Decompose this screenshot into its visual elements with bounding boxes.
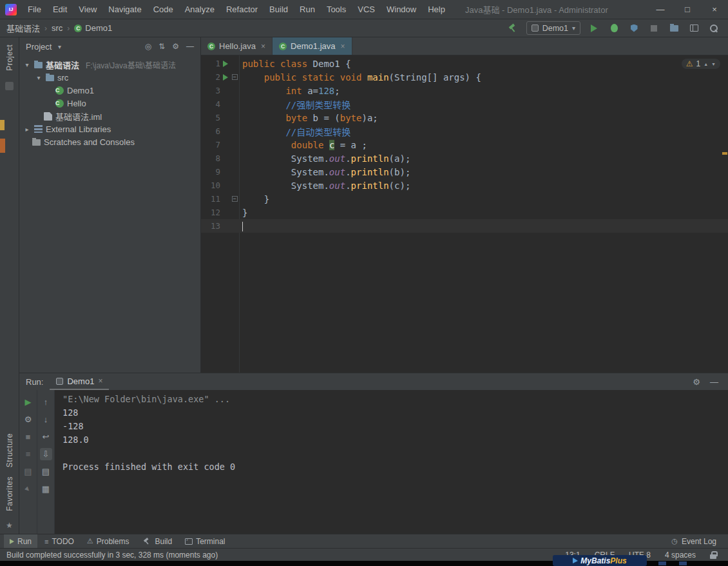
soft-wrap-icon[interactable]: ↩ (40, 431, 52, 443)
close-icon[interactable]: × (261, 42, 265, 51)
console-line[interactable]: 128 (62, 407, 728, 421)
down-icon[interactable]: ↓ (40, 413, 52, 425)
lock-icon[interactable] (710, 551, 716, 559)
project-structure-button[interactable] (667, 22, 680, 35)
stop-button[interactable] (647, 22, 660, 35)
code-line[interactable]: 4 //强制类型转换 (201, 97, 728, 111)
close-icon[interactable]: × (340, 42, 345, 51)
run-config-selector[interactable]: Demo1 ▾ (526, 21, 580, 35)
console-output[interactable]: "E:\New Folder\bin\java.exe" ...128-1281… (54, 390, 728, 534)
menu-run[interactable]: Run (294, 0, 321, 19)
code-line[interactable]: 6 //自动类型转换 (201, 124, 728, 138)
close-icon[interactable]: × (98, 376, 102, 385)
project-tool-button[interactable]: Project (5, 40, 14, 75)
breadcrumb-item[interactable]: CDemo1 (74, 23, 112, 33)
event-log-button[interactable]: ◷ Event Log (671, 537, 722, 546)
locate-file-icon[interactable]: ◎ (145, 42, 151, 51)
coverage-button[interactable] (627, 22, 640, 35)
chevron-down-icon[interactable]: ▾ (55, 43, 63, 50)
run-tab[interactable]: Demo1 × (50, 373, 109, 390)
code-line[interactable]: 1public class Demo1 { (201, 57, 728, 70)
maximize-button[interactable]: □ (674, 0, 701, 19)
gear-icon[interactable]: ⚙ (172, 42, 179, 51)
star-icon[interactable]: ★ (6, 521, 13, 530)
tree-row[interactable]: 基础语法.iml (19, 110, 200, 122)
status-message[interactable]: Build completed successfully in 3 sec, 3… (6, 551, 218, 560)
run-line-icon[interactable] (223, 74, 228, 81)
hide-panel-icon[interactable]: — (186, 42, 194, 51)
code-line[interactable]: 10 System.out.println(c); (201, 179, 728, 192)
chevron-right-icon[interactable]: ▸ (23, 126, 31, 133)
history-icon[interactable]: ▤ (22, 465, 34, 478)
menu-build[interactable]: Build (263, 0, 294, 19)
tool-window-button-problems[interactable]: ⚠Problems (81, 534, 135, 548)
next-problem-icon[interactable]: ▼ (711, 62, 716, 66)
gear-icon[interactable]: ⚙ (693, 377, 700, 387)
tree-row[interactable]: CDemo1 (19, 84, 200, 97)
code-line[interactable]: 12} (201, 206, 728, 219)
console-line[interactable]: Process finished with exit code 0 (62, 462, 728, 475)
breadcrumb-item[interactable]: 基础语法 (6, 22, 40, 34)
fold-icon[interactable]: − (232, 74, 238, 80)
tool-window-button-run[interactable]: Run (4, 534, 37, 548)
menu-help[interactable]: Help (422, 0, 451, 19)
tree-row[interactable]: Scratches and Consoles (19, 135, 200, 148)
tree-row[interactable]: CHello (19, 97, 200, 110)
minimize-button[interactable]: — (647, 0, 674, 19)
indent-size[interactable]: 4 spaces (665, 551, 696, 560)
hide-panel-icon[interactable]: — (710, 377, 718, 387)
settings-icon[interactable]: ⚙ (22, 413, 34, 425)
menu-file[interactable]: File (22, 0, 47, 19)
code-line[interactable]: 9 System.out.println(b); (201, 165, 728, 179)
tree-row[interactable]: ▸External Libraries (19, 122, 200, 135)
build-hammer-icon[interactable] (506, 22, 519, 35)
code-line[interactable]: 5 byte b = (byte)a; (201, 111, 728, 124)
menu-edit[interactable]: Edit (47, 0, 73, 19)
inspection-widget[interactable]: ⚠ 1 ▲ ▼ (682, 59, 720, 69)
breadcrumb-item[interactable]: src (52, 23, 62, 33)
layout-icon[interactable]: ≡ (22, 448, 34, 460)
chevron-down-icon[interactable]: ▾ (35, 74, 43, 81)
rerun-icon[interactable]: ▶ (22, 396, 34, 408)
menu-view[interactable]: View (73, 0, 102, 19)
clear-icon[interactable]: ▦ (40, 483, 52, 495)
chevron-down-icon[interactable]: ▾ (23, 61, 31, 68)
code-line[interactable]: 7 double c = a ; (201, 138, 728, 151)
prev-problem-icon[interactable]: ▲ (704, 62, 708, 66)
scroll-end-icon[interactable]: ⇩ (40, 448, 52, 460)
tool-window-button-todo[interactable]: ≡TODO (39, 534, 80, 548)
menu-code[interactable]: Code (148, 0, 179, 19)
editor-body[interactable]: 1public class Demo1 {2− public static vo… (201, 55, 728, 373)
console-line[interactable]: -128 (62, 421, 728, 434)
tool-window-button-terminal[interactable]: Terminal (179, 534, 231, 548)
project-panel-title[interactable]: Project (26, 42, 52, 52)
code-line[interactable]: 8 System.out.println(a); (201, 151, 728, 165)
code-line[interactable]: 2− public static void main(String[] args… (201, 70, 728, 84)
run-line-icon[interactable] (223, 61, 228, 67)
editor-tab[interactable]: CDemo1.java× (273, 37, 352, 55)
menu-vcs[interactable]: VCS (352, 0, 381, 19)
console-line[interactable] (62, 448, 728, 462)
tree-row[interactable]: ▾src (19, 71, 200, 84)
console-line[interactable]: 128.0 (62, 434, 728, 448)
tree-row[interactable]: ▾基础语法F:\java\Java基础\基础语法 (19, 58, 200, 71)
menu-tools[interactable]: Tools (321, 0, 352, 19)
pin-icon[interactable]: ▸ (19, 480, 37, 498)
menu-navigate[interactable]: Navigate (102, 0, 147, 19)
menu-refactor[interactable]: Refactor (220, 0, 263, 19)
menu-analyze[interactable]: Analyze (179, 0, 220, 19)
menu-window[interactable]: Window (381, 0, 422, 19)
collapse-all-icon[interactable]: ⇅ (158, 42, 165, 51)
run-button[interactable] (588, 22, 600, 35)
favorites-tool-button[interactable]: Favorites (5, 472, 14, 516)
commit-tool-icon[interactable] (5, 82, 14, 90)
search-everywhere-button[interactable] (707, 22, 720, 35)
window-layout-button[interactable] (687, 22, 700, 35)
code-line[interactable]: 11− } (201, 192, 728, 206)
editor-tab[interactable]: CHello.java× (201, 37, 273, 55)
stop-icon[interactable]: ■ (22, 431, 34, 443)
close-button[interactable]: × (701, 0, 728, 19)
structure-tool-button[interactable]: Structure (5, 429, 14, 472)
scrollbar-warning-mark[interactable] (722, 152, 727, 155)
up-icon[interactable]: ↑ (40, 396, 52, 408)
